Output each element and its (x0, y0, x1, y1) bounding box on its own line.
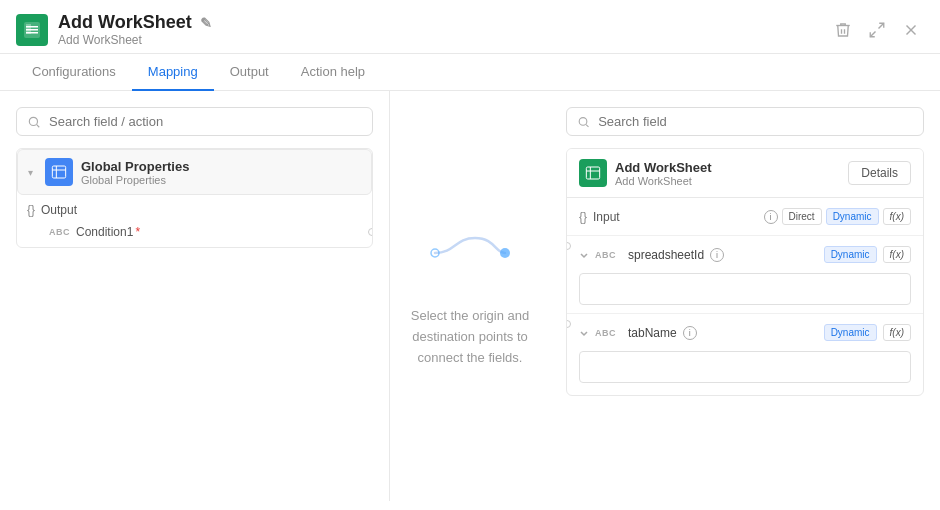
tab-output[interactable]: Output (214, 54, 285, 91)
page-title: Add WorkSheet ✎ (58, 12, 212, 33)
svg-rect-18 (586, 167, 599, 179)
delete-button[interactable] (830, 17, 856, 43)
app-icon (16, 14, 48, 46)
title-group: Add WorkSheet ✎ Add WorkSheet (58, 12, 212, 47)
spreadsheet-id-field: ABC spreadsheetId i Dynamic f(x) (579, 242, 911, 267)
spreadsheet-abc: ABC (595, 250, 616, 260)
spreadsheet-id-input[interactable] (579, 273, 911, 305)
connector-message: Select the origin and destination points… (406, 306, 534, 368)
connector-graphic (425, 223, 515, 290)
right-card-subtitle: Add WorkSheet (615, 175, 712, 187)
condition1-field[interactable]: ABC Condition1 * (17, 221, 372, 243)
required-indicator: * (135, 225, 140, 239)
svg-point-16 (579, 117, 587, 125)
svg-point-14 (500, 248, 510, 258)
right-panel: Add WorkSheet Add WorkSheet Details {} I… (550, 91, 940, 501)
input-label-text: Input (593, 210, 620, 224)
input-label-left: {} Input (579, 210, 620, 224)
group-title: Global Properties (81, 159, 189, 174)
spreadsheet-connector-dot (566, 242, 571, 250)
left-panel: ▾ Global Properties Global Properties {} (0, 91, 390, 501)
search-field-input[interactable] (49, 114, 362, 129)
spreadsheet-dynamic-badge[interactable]: Dynamic (824, 246, 877, 263)
svg-line-17 (586, 124, 588, 126)
svg-line-6 (870, 31, 875, 36)
output-label: {} Output (17, 199, 372, 221)
header-actions (830, 17, 924, 43)
group-icon (45, 158, 73, 186)
spreadsheet-info-icon[interactable]: i (710, 248, 724, 262)
tab-action-help[interactable]: Action help (285, 54, 381, 91)
page-subtitle: Add WorkSheet (58, 33, 212, 47)
spreadsheet-fx-badge[interactable]: f(x) (883, 246, 911, 263)
tabname-fx-badge[interactable]: f(x) (883, 324, 911, 341)
tabname-dynamic-badge[interactable]: Dynamic (824, 324, 877, 341)
spreadsheet-id-row: ABC spreadsheetId i Dynamic f(x) (567, 240, 923, 269)
tab-name-label: tabName (628, 326, 677, 340)
input-curly-icon: {} (579, 210, 587, 224)
dynamic-badge[interactable]: Dynamic (826, 208, 879, 225)
curly-icon: {} (27, 203, 35, 217)
svg-point-9 (29, 117, 37, 125)
output-section: {} Output ABC Condition1 * (17, 195, 372, 247)
right-card-title-group: Add WorkSheet Add WorkSheet (615, 160, 712, 187)
middle-panel: Select the origin and destination points… (390, 91, 550, 501)
edit-icon[interactable]: ✎ (200, 15, 212, 31)
group-info: Global Properties Global Properties (81, 159, 189, 186)
tab-name-row: ABC tabName i Dynamic f(x) (567, 318, 923, 347)
tab-mapping[interactable]: Mapping (132, 54, 214, 91)
tabname-expand-icon (579, 328, 589, 338)
tab-name-input[interactable] (579, 351, 911, 383)
right-card-icon (579, 159, 607, 187)
header: Add WorkSheet ✎ Add WorkSheet (0, 0, 940, 54)
svg-line-5 (879, 23, 884, 28)
direct-badge[interactable]: Direct (782, 208, 822, 225)
right-card-info: Add WorkSheet Add WorkSheet (579, 159, 712, 187)
right-search-icon (577, 115, 590, 129)
right-card-header: Add WorkSheet Add WorkSheet Details (567, 149, 923, 198)
search-icon (27, 115, 41, 129)
right-card-title: Add WorkSheet (615, 160, 712, 175)
fx-badge[interactable]: f(x) (883, 208, 911, 225)
right-search-box[interactable] (566, 107, 924, 136)
abc-icon: ABC (49, 227, 70, 237)
header-left: Add WorkSheet ✎ Add WorkSheet (16, 12, 212, 47)
input-section: {} Input i Direct Dynamic f(x) (567, 198, 923, 395)
input-label-right: i Direct Dynamic f(x) (764, 208, 911, 225)
svg-line-10 (37, 124, 40, 127)
details-button[interactable]: Details (848, 161, 911, 185)
field-name: Condition1 (76, 225, 133, 239)
chevron-icon: ▾ (28, 167, 33, 178)
close-button[interactable] (898, 17, 924, 43)
tab-bar: Configurations Mapping Output Action hel… (0, 54, 940, 91)
tabname-connector-dot (566, 320, 571, 328)
input-label-row: {} Input i Direct Dynamic f(x) (567, 202, 923, 231)
tab-configurations[interactable]: Configurations (16, 54, 132, 91)
output-label-text: Output (41, 203, 77, 217)
global-properties-group[interactable]: ▾ Global Properties Global Properties (17, 149, 372, 195)
main-content: ▾ Global Properties Global Properties {} (0, 91, 940, 501)
input-info-icon[interactable]: i (764, 210, 778, 224)
left-connector-dot (368, 228, 373, 236)
spreadsheet-expand-icon (579, 250, 589, 260)
svg-rect-4 (26, 24, 31, 34)
right-search-input[interactable] (598, 114, 913, 129)
title-text: Add WorkSheet (58, 12, 192, 33)
tabname-info-icon[interactable]: i (683, 326, 697, 340)
right-card: Add WorkSheet Add WorkSheet Details {} I… (566, 148, 924, 396)
group-subtitle: Global Properties (81, 174, 189, 186)
search-field-action[interactable] (16, 107, 373, 136)
tab-name-field: ABC tabName i Dynamic f(x) (579, 320, 911, 345)
spreadsheet-id-label: spreadsheetId (628, 248, 704, 262)
expand-button[interactable] (864, 17, 890, 43)
svg-rect-11 (52, 166, 65, 178)
tabname-abc: ABC (595, 328, 616, 338)
